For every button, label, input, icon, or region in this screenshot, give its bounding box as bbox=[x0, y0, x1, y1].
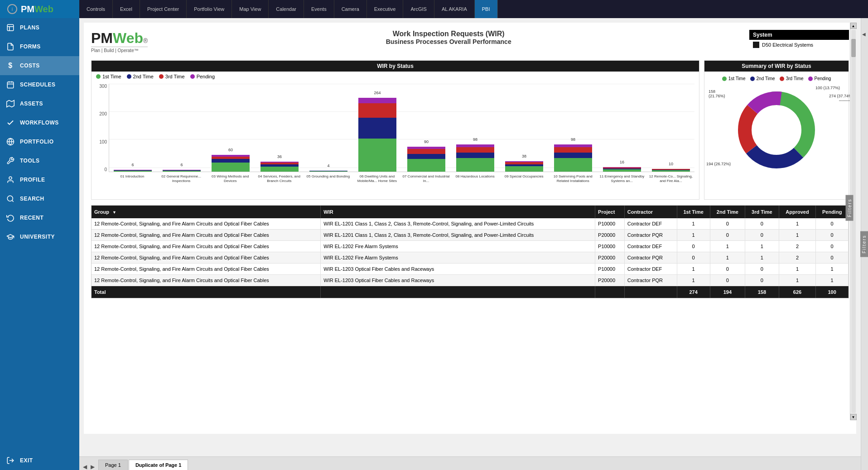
filters-tab[interactable]: Filters bbox=[846, 195, 854, 221]
filters-side-tab[interactable]: Filters bbox=[860, 231, 868, 257]
footer-label: Total bbox=[92, 286, 321, 298]
cell-contractor-0: Contractor DEF bbox=[624, 218, 677, 230]
bar-stack-10: 16 bbox=[603, 167, 641, 172]
sidebar-item-profile[interactable]: PROFILE bbox=[0, 170, 79, 189]
sidebar-item-schedules[interactable]: SCHEDULES bbox=[0, 75, 79, 94]
sidebar-item-workflows[interactable]: WORKFLOWS bbox=[0, 113, 79, 132]
scroll-thumb[interactable] bbox=[851, 39, 856, 57]
search-label: SEARCH bbox=[20, 196, 44, 202]
bar-chart-legend: 1st Time 2nd Time 3rd Time bbox=[92, 72, 699, 82]
tab-duplicate-page1[interactable]: Duplicate of Page 1 bbox=[129, 460, 188, 470]
cell-pending-0: 0 bbox=[816, 218, 849, 230]
tab-prev-arrow[interactable]: ◀ bbox=[81, 464, 89, 470]
scroll-up-btn[interactable]: ▲ bbox=[850, 23, 857, 29]
donut-legend: 1st Time 2nd Time 3rd Time bbox=[722, 76, 831, 81]
bar-x-label-3: 04 Services, Feeders, and Branch Circuit… bbox=[256, 173, 303, 199]
bar-total-2: 60 bbox=[228, 148, 233, 152]
bar-segment-5-3 bbox=[358, 98, 396, 103]
bar-stack-2: 60 bbox=[212, 155, 249, 172]
bar-segment-11-0 bbox=[652, 170, 690, 172]
cell-group-5: 12 Remote-Control, Signaling, and Fire A… bbox=[92, 275, 321, 286]
system-color-dot bbox=[753, 42, 759, 48]
sidebar-item-university[interactable]: UNIVERSITY bbox=[0, 227, 79, 246]
bar-segment-0-0 bbox=[114, 171, 151, 172]
bar-group-10: 16 bbox=[598, 84, 646, 172]
info-icon[interactable]: i bbox=[7, 4, 17, 14]
cell-project-3: P20000 bbox=[595, 252, 625, 264]
donut-pending-color bbox=[808, 77, 813, 81]
bar-stack-8: 38 bbox=[505, 161, 543, 172]
table-row: 12 Remote-Control, Signaling, and Fire A… bbox=[92, 241, 849, 252]
sidebar-item-tools[interactable]: TOOLS bbox=[0, 151, 79, 170]
cell-first-0: 1 bbox=[677, 218, 710, 230]
donut-label-3rd: 158(21.76%) bbox=[709, 89, 725, 98]
sidebar-item-forms[interactable]: FORMS bbox=[0, 37, 79, 56]
content-area: PM Web ® Plan | Build | Operate™ Work In… bbox=[79, 18, 861, 470]
bar-segment-7-2 bbox=[456, 147, 494, 153]
collapse-panel-icon[interactable]: ◀ bbox=[862, 32, 866, 37]
system-item-label: D50 Electrical Systems bbox=[762, 42, 813, 48]
sidebar-item-plans[interactable]: PLANS bbox=[0, 18, 79, 37]
legend-pending: Pending bbox=[190, 74, 215, 79]
bar-group-5: 264 bbox=[354, 84, 401, 172]
scrollbar[interactable]: ▲ ▼ bbox=[850, 23, 856, 420]
cell-first-5: 1 bbox=[677, 275, 710, 286]
workflows-icon bbox=[5, 118, 15, 128]
legend-1st-color bbox=[96, 74, 101, 79]
footer-2nd: 194 bbox=[710, 286, 745, 298]
forms-icon bbox=[5, 42, 15, 52]
nav-map-view[interactable]: Map View bbox=[232, 0, 269, 18]
cell-second-2: 1 bbox=[710, 241, 745, 252]
nav-project-center[interactable]: Project Center bbox=[140, 0, 187, 18]
bar-total-7: 98 bbox=[473, 137, 477, 142]
legend-pending-label: Pending bbox=[197, 74, 215, 79]
legend-pending-color bbox=[190, 74, 195, 79]
nav-portfolio-view[interactable]: Portfolio View bbox=[187, 0, 232, 18]
sidebar-item-search[interactable]: SEARCH bbox=[0, 189, 79, 208]
nav-camera[interactable]: Camera bbox=[334, 0, 367, 18]
nav-excel[interactable]: Excel bbox=[113, 0, 140, 18]
report-subtitle: Business Processes Overall Performance bbox=[148, 38, 749, 45]
tab-next-arrow[interactable]: ▶ bbox=[89, 464, 96, 470]
sort-group-icon[interactable]: ▼ bbox=[112, 210, 116, 215]
donut-3rd-label: 3rd Time bbox=[786, 76, 804, 81]
bar-segment-9-1 bbox=[554, 153, 592, 158]
sidebar-item-costs[interactable]: $ COSTS bbox=[0, 56, 79, 75]
bar-segment-10-0 bbox=[603, 169, 641, 172]
footer-pending: 100 bbox=[816, 286, 849, 298]
tab-nav-arrows: ◀ ▶ bbox=[81, 464, 96, 470]
bar-group-4: 4 bbox=[305, 84, 352, 172]
donut-1st-label: 1st Time bbox=[728, 76, 746, 81]
bar-segment-1-0 bbox=[163, 171, 200, 172]
donut-section: Summary of WIR by Status 1st Time 2nd Ti… bbox=[704, 60, 849, 200]
bar-x-label-2: 03 Wiring Methods and Devices bbox=[207, 173, 254, 199]
cell-approved-1: 1 bbox=[779, 230, 816, 241]
report-main-title: Work Inspection Requests (WIR) bbox=[148, 30, 749, 38]
bar-segment-3-0 bbox=[260, 167, 298, 172]
nav-alakaria[interactable]: AL AKARIA bbox=[434, 0, 475, 18]
bar-group-3: 36 bbox=[256, 84, 303, 172]
cell-contractor-3: Contractor PQR bbox=[624, 252, 677, 264]
sidebar-item-assets[interactable]: ASSETS bbox=[0, 94, 79, 113]
nav-events[interactable]: Events bbox=[304, 0, 334, 18]
tools-label: TOOLS bbox=[20, 158, 40, 164]
cell-approved-2: 2 bbox=[779, 241, 816, 252]
cell-approved-3: 2 bbox=[779, 252, 816, 264]
sidebar-item-portfolio[interactable]: PORTFOLIO bbox=[0, 132, 79, 151]
assets-label: ASSETS bbox=[20, 101, 43, 107]
nav-pbi[interactable]: PBI bbox=[475, 0, 498, 18]
cell-approved-5: 1 bbox=[779, 275, 816, 286]
sidebar-item-recent[interactable]: RECENT bbox=[0, 208, 79, 227]
tab-page1[interactable]: Page 1 bbox=[98, 460, 128, 470]
nav-executive[interactable]: Executive bbox=[367, 0, 404, 18]
system-legend-title: System bbox=[749, 30, 849, 40]
nav-calendar[interactable]: Calendar bbox=[269, 0, 304, 18]
plans-label: PLANS bbox=[20, 24, 39, 31]
nav-arcgis[interactable]: ArcGIS bbox=[403, 0, 434, 18]
scroll-down-btn[interactable]: ▼ bbox=[850, 414, 857, 420]
university-label: UNIVERSITY bbox=[20, 234, 55, 240]
footer-wir bbox=[321, 286, 595, 298]
logo-pm: PM bbox=[91, 30, 113, 47]
nav-controls[interactable]: Controls bbox=[79, 0, 113, 18]
sidebar-item-exit[interactable]: EXIT bbox=[0, 451, 79, 470]
